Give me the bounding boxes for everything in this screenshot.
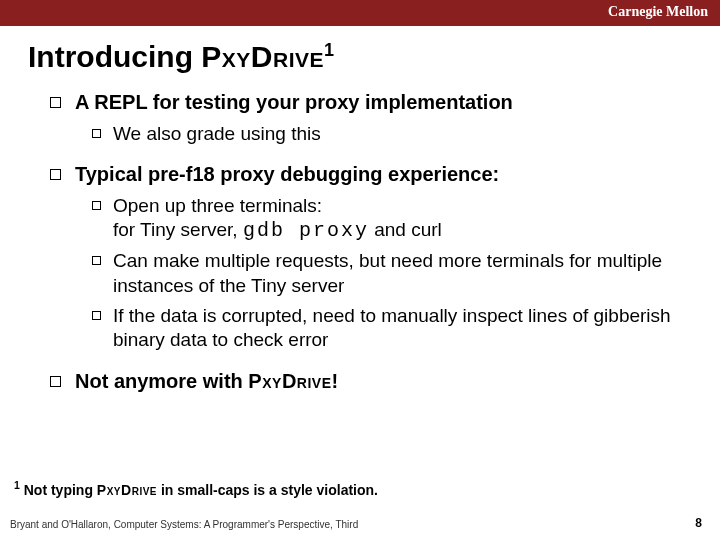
title-name-p2: xy [222,40,251,73]
footnote-name-p1: P [97,482,107,498]
bullet-2a-line1: Open up three terminals: [113,195,322,216]
bullet-3-name-p1: P [248,370,262,392]
bullet-icon [50,376,61,387]
title-name-p1: P [201,40,222,73]
bullet-2c-text: If the data is corrupted, need to manual… [113,304,682,353]
page-number: 8 [695,516,702,530]
footnote-name-p4: rive [132,482,157,498]
footnote-t2: in small-caps is a style violation. [157,482,378,498]
bullet-icon [92,256,101,265]
bullet-1a: We also grade using this [92,122,682,146]
bullet-2a-line2a: for Tiny server, [113,219,243,240]
bullet-3: Not anymore with PxyDrive! [50,369,682,395]
bullet-3b: ! [332,370,339,392]
content: A REPL for testing your proxy implementa… [50,90,682,394]
bullet-icon [50,169,61,180]
bullet-2a-mono: gdb proxy [243,219,369,242]
title-sup: 1 [324,40,334,60]
bullet-2b: Can make multiple requests, but need mor… [92,249,682,298]
bullet-1a-text: We also grade using this [113,122,321,146]
bullet-3-name-p2: xy [262,370,282,392]
bullet-2a: Open up three terminals: for Tiny server… [92,194,682,244]
footnote-t1: Not typing [20,482,97,498]
bullet-icon [92,201,101,210]
title-prefix: Introducing [28,40,201,73]
title-name-p4: rive [273,40,324,73]
footnote: 1 Not typing PxyDrive in small-caps is a… [14,479,706,498]
title-name-p3: D [251,40,273,73]
footnote-name-p3: D [121,482,132,498]
bullet-3-name-p3: D [282,370,297,392]
bullet-2: Typical pre-f18 proxy debugging experien… [50,162,682,188]
bullet-icon [50,97,61,108]
bullet-2a-text: Open up three terminals: for Tiny server… [113,194,442,244]
bullet-2-text: Typical pre-f18 proxy debugging experien… [75,162,499,188]
bullet-3-name-p4: rive [297,370,332,392]
bullet-2c: If the data is corrupted, need to manual… [92,304,682,353]
footer-left: Bryant and O'Hallaron, Computer Systems:… [10,519,358,530]
bullet-1: A REPL for testing your proxy implementa… [50,90,682,116]
footnote-name-p2: xy [107,482,121,498]
bullet-2b-text: Can make multiple requests, but need mor… [113,249,682,298]
bullet-icon [92,311,101,320]
slide: Carnegie Mellon Introducing PxyDrive1 A … [0,0,720,540]
header-org: Carnegie Mellon [608,4,708,20]
bullet-2a-line2b: and curl [369,219,442,240]
bullet-1-text: A REPL for testing your proxy implementa… [75,90,513,116]
bullet-3a: Not anymore with [75,370,248,392]
bullet-3-text: Not anymore with PxyDrive! [75,369,338,395]
bullet-icon [92,129,101,138]
slide-title: Introducing PxyDrive1 [28,40,720,74]
header-bar: Carnegie Mellon [0,0,720,26]
